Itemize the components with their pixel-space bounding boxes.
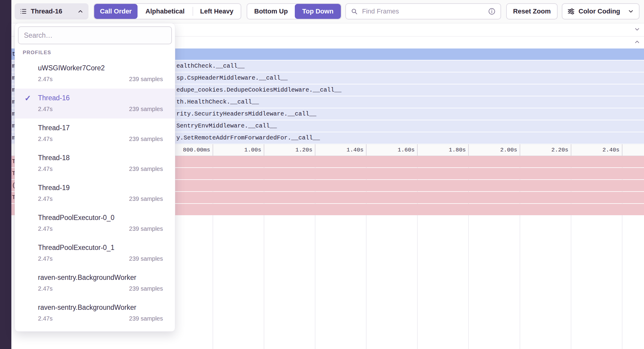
profile-duration: 2.47s <box>38 195 53 203</box>
profile-samples: 239 samples <box>129 315 163 322</box>
profile-samples: 239 samples <box>129 195 163 203</box>
list-icon <box>19 7 27 15</box>
frame-label: ealthCheck.__call__ <box>176 60 245 72</box>
frame-label: edupe_cookies.DedupeCookiesMiddleware.__… <box>176 84 341 96</box>
ruler-tick <box>622 144 622 156</box>
profile-name: uWSGIWorker7Core2 <box>38 63 163 73</box>
profile-option[interactable]: ✓ ThreadPoolExecutor-0_0 2.47s 239 sampl… <box>15 208 175 238</box>
profile-name: ThreadPoolExecutor-0_0 <box>38 213 163 222</box>
info-icon[interactable] <box>488 7 496 15</box>
frame-label: sp.CspHeaderMiddleware.__call__ <box>176 72 288 84</box>
profile-duration: 2.47s <box>38 225 53 233</box>
profile-name: raven-sentry.BackgroundWorker <box>38 273 163 282</box>
tick-label: 1.60s <box>370 144 415 156</box>
ruler-tick <box>264 144 264 156</box>
profile-samples: 239 samples <box>129 75 163 83</box>
color-coding-label: Color Coding <box>579 7 624 15</box>
find-frames-search <box>345 3 501 19</box>
thread-selector-label: Thread-16 <box>31 7 74 15</box>
find-frames-input[interactable] <box>361 7 484 16</box>
profile-name: raven-sentry.BackgroundWorker <box>38 303 163 312</box>
thread-selector-button[interactable]: Thread-16 <box>15 3 88 19</box>
tick-label: 2.00s <box>472 144 517 156</box>
frame-label: SentryEnvMiddleware.__call__ <box>176 120 277 132</box>
direction-top-down-button[interactable]: Top Down <box>295 4 341 19</box>
ruler-tick <box>213 144 213 156</box>
tick-label: 1.20s <box>268 144 312 156</box>
profile-samples: 239 samples <box>129 135 163 143</box>
sort-call-order-button[interactable]: Call Order <box>94 4 138 19</box>
profile-option-selected[interactable]: ✓ Thread-16 2.47s 239 samples <box>15 89 175 119</box>
profile-option[interactable]: ✓ Thread-17 2.47s 239 samples <box>15 119 175 148</box>
profile-samples: 239 samples <box>129 165 163 173</box>
profile-name: Thread-16 <box>38 93 163 103</box>
tick-label: 1.40s <box>319 144 364 156</box>
sort-left-heavy-button[interactable]: Left Heavy <box>193 4 240 19</box>
dropdown-search <box>18 26 172 44</box>
thread-dropdown: PROFILES ✓ uWSGIWorker7Core2 2.47s 239 s… <box>15 23 175 332</box>
toolbar: Thread-16 Call Order Alphabetical Left H… <box>11 0 644 23</box>
chevron-down-icon[interactable] <box>634 26 640 34</box>
profile-duration: 2.47s <box>38 165 53 173</box>
profile-duration: 2.47s <box>38 315 53 322</box>
tick-label: 1.80s <box>421 144 466 156</box>
profile-duration: 2.47s <box>38 75 53 83</box>
tick-label: 1.00s <box>216 144 261 156</box>
checkmark-icon: ✓ <box>25 94 31 103</box>
profile-duration: 2.47s <box>38 105 53 113</box>
profile-option[interactable]: ✓ raven-sentry.BackgroundWorker 2.47s 23… <box>15 298 175 328</box>
direction-group: Bottom Up Top Down <box>247 3 341 19</box>
sliders-icon <box>567 7 575 15</box>
profile-option[interactable]: ✓ ThreadPoolExecutor-0_1 2.47s 239 sampl… <box>15 238 175 268</box>
profile-name: Thread-19 <box>38 183 163 192</box>
profile-option[interactable]: ✓ raven-sentry.BackgroundWorker 2.47s 23… <box>15 268 175 298</box>
frame-label: y.SetRemoteAddrFromForwardedFor.__call__ <box>176 132 320 144</box>
ruler-tick <box>366 144 367 156</box>
profile-duration: 2.47s <box>38 255 53 262</box>
ruler-tick <box>520 144 520 156</box>
reset-zoom-button[interactable]: Reset Zoom <box>506 3 558 19</box>
tick-label: 2.20s <box>524 144 568 156</box>
frame-label: th.HealthCheck.__call__ <box>176 96 259 108</box>
tick-label: 2.40s <box>575 144 619 156</box>
profile-duration: 2.47s <box>38 285 53 292</box>
profile-name: Thread-18 <box>38 153 163 163</box>
direction-bottom-up-button[interactable]: Bottom Up <box>247 4 295 19</box>
ruler-tick <box>417 144 418 156</box>
profiles-section-label: PROFILES <box>23 50 175 56</box>
profile-option[interactable]: ✓ Thread-18 2.47s 239 samples <box>15 148 175 178</box>
sidebar-strip <box>0 0 11 349</box>
profile-option[interactable]: ✓ Thread-19 2.47s 239 samples <box>15 178 175 208</box>
ruler-tick <box>315 144 315 156</box>
profile-duration: 2.47s <box>38 135 53 143</box>
dropdown-search-input[interactable] <box>23 31 167 40</box>
profile-name: ThreadPoolExecutor-0_1 <box>38 243 163 252</box>
chevron-up-icon[interactable] <box>634 39 640 46</box>
profile-samples: 239 samples <box>129 255 163 262</box>
chevron-up-icon <box>77 8 84 15</box>
search-icon <box>351 8 358 15</box>
profile-samples: 239 samples <box>129 285 163 292</box>
sort-alphabetical-button[interactable]: Alphabetical <box>138 4 193 19</box>
color-coding-button[interactable]: Color Coding <box>562 3 640 19</box>
frame-label: rity.SecurityHeadersMiddleware.__call__ <box>176 108 316 120</box>
profile-option[interactable]: ✓ uWSGIWorker7Core2 2.47s 239 samples <box>15 59 175 89</box>
chevron-down-icon <box>628 8 634 15</box>
profile-name: Thread-17 <box>38 123 163 133</box>
ruler-tick <box>571 144 571 156</box>
ruler-tick <box>468 144 469 156</box>
profile-samples: 239 samples <box>129 225 163 233</box>
profile-samples: 239 samples <box>129 105 163 113</box>
sort-order-group: Call Order Alphabetical Left Heavy <box>94 3 241 19</box>
